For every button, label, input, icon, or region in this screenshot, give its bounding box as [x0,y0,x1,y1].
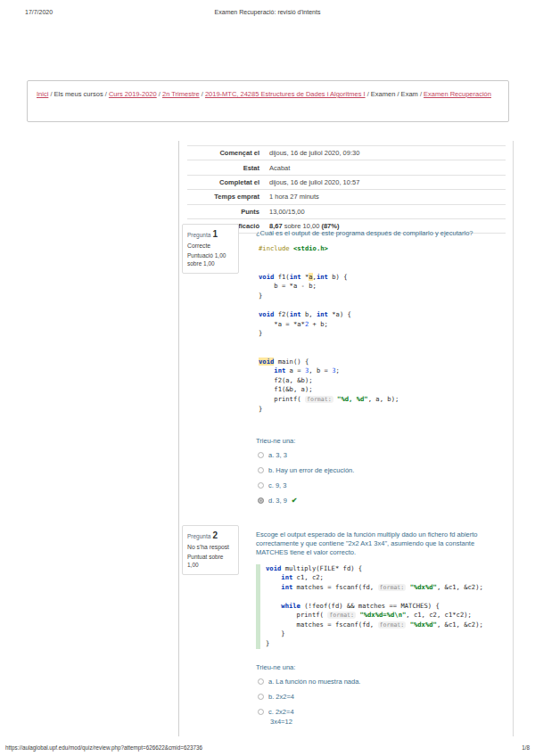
question-number: Pregunta1 [187,229,234,239]
code-line: while (!feof(fd) && matches == MATCHES) … [266,602,506,612]
breadcrumb-item[interactable]: Curs 2019-2020 [109,90,157,98]
question-text: Escoge el output esperado de la función … [256,530,506,558]
code-line: f2(a, &b); [259,376,506,386]
code-line: } [259,405,506,415]
code-line [259,339,506,349]
code-line: void multiply(FILE* fd) { [266,564,506,574]
code-line: void f2(int b, int *a) { [259,310,506,320]
summary-label: Començat el [187,146,266,160]
radio-icon[interactable] [258,678,264,685]
answer-option[interactable]: c. 9, 3 [256,481,506,490]
summary-row: Punts13,00/15,00 [187,204,506,218]
question-1-content: ¿Cuál es el output de este programa desp… [256,229,506,505]
summary-label: Completat el [187,176,266,189]
radio-icon[interactable] [258,452,264,458]
summary-row: Temps emprat1 hora 27 minuts [187,189,506,203]
summary-row: EstatAcabat [187,160,506,174]
print-header-title: Examen Recuperació: revisió d'intents [0,9,535,15]
radio-icon[interactable] [258,467,264,473]
summary-value: dijous, 16 de juliol 2020, 09:30 [266,146,506,160]
breadcrumb-item: Examen / Exam [371,90,418,98]
summary-label: Estat [187,160,266,174]
code-line: } [259,292,506,301]
summary-value: 13,00/15,00 [266,205,506,218]
summary-row: Començat eldijous, 16 de juliol 2020, 09… [187,145,506,160]
code-line: int c1, c2; [266,573,506,583]
code-line [259,254,506,264]
summary-value: Acabat [266,160,506,174]
print-footer-page: 1/8 [522,744,530,751]
answer-option[interactable]: a. 3, 3 [256,451,506,460]
answer-prompt: Trieu-ne una: [256,437,506,445]
question-status: No s'ha respost [187,544,234,550]
answer-option-label: a. La función no muestra nada. [268,678,360,686]
question-2-info-box: Pregunta2 No s'ha respost Puntuat sobre … [182,525,239,575]
code-line [259,263,506,273]
summary-value: dijous, 16 de juliol 2020, 10:57 [266,176,506,189]
code-line: } [266,639,506,649]
answer-prompt: Trieu-ne una: [256,663,506,671]
radio-icon[interactable] [258,694,264,700]
question-2-content: Escoge el output esperado de la función … [256,530,506,727]
radio-icon[interactable] [258,482,264,489]
answer-option-label: a. 3, 3 [268,451,287,460]
answer-option-label: c. 9, 3 [268,481,286,490]
code-line: *a = *a*2 + b; [259,320,506,330]
radio-icon[interactable] [258,497,264,504]
code-line [266,592,506,602]
print-footer-url: https://aulaglobal.upf.edu/mod/quiz/revi… [5,744,202,751]
code-line: } [259,329,506,339]
answer-options: a. 3, 3b. Hay un error de ejecución.c. 9… [256,451,506,505]
code-block: #include <stdio.h> void f1(int *a,int b)… [259,244,506,414]
question-grade: Puntuació 1,00 sobre 1,00 [187,252,234,267]
breadcrumb-item[interactable]: 2n Trimestre [162,90,200,98]
answer-options: a. La función no muestra nada.b. 2x2=4c.… [256,678,506,727]
question-number: Pregunta2 [187,530,234,540]
code-line [259,300,506,310]
code-line: } [266,629,506,639]
summary-label: Punts [187,205,266,218]
answer-option[interactable]: b. Hay un error de ejecución. [256,466,506,475]
answer-option-label: b. Hay un error de ejecución. [268,466,354,475]
attempt-summary-table: Començat eldijous, 16 de juliol 2020, 09… [187,145,506,234]
answer-option[interactable]: d. 3, 9✔ [256,497,506,505]
code-line: int matches = fscanf(fd, format: "%dx%d"… [266,583,506,593]
answer-option-label: b. 2x2=4 [268,693,294,702]
code-block: void multiply(FILE* fd) { int c1, c2; in… [256,564,506,649]
code-line: printf( format: "%d, %d", a, b); [259,395,506,405]
question-text: ¿Cuál es el output de este programa desp… [256,229,506,238]
code-line: void f1(int *a,int b) { [259,273,506,283]
answer-option[interactable]: c. 2x2=43x4=12 [256,708,506,727]
summary-value: 1 hora 27 minuts [266,190,506,203]
code-line: matches = fscanf(fd, format: "%dx%d", &c… [266,620,506,630]
question-grade: Puntuat sobre 1,00 [187,554,234,569]
breadcrumb-item: Els meus cursos [54,90,103,98]
answer-option[interactable]: a. La función no muestra nada. [256,678,506,686]
code-line: void main() { [259,357,506,367]
breadcrumb-item[interactable]: 2019-MTC, 24285 Estructures de Dades i A… [205,90,366,98]
code-line: #include <stdio.h> [259,244,506,254]
summary-label: Temps emprat [187,190,266,203]
correct-check-icon: ✔ [292,497,298,505]
summary-row: Completat eldijous, 16 de juliol 2020, 1… [187,175,506,189]
breadcrumb-item[interactable]: Examen Recuperación [424,90,491,98]
breadcrumb-item[interactable]: Inici [37,90,48,98]
code-line: int a = 3, b = 3; [259,366,506,376]
code-line [259,348,506,357]
breadcrumb: Inici / Els meus cursos / Curs 2019-2020… [27,80,509,122]
answer-option[interactable]: b. 2x2=4 [256,693,506,702]
question-1-info-box: Pregunta1 Correcte Puntuació 1,00 sobre … [182,224,239,274]
code-line: f1(&b, a); [259,385,506,395]
question-status: Correcte [187,242,234,249]
answer-option-label: d. 3, 9 [268,497,287,505]
answer-option-label: c. 2x2=43x4=12 [268,708,294,727]
code-line: printf( format: "%dx%d=%d\n", c1, c2, c1… [266,611,506,620]
code-line: b = *a - b; [259,282,506,292]
radio-icon[interactable] [258,709,264,715]
